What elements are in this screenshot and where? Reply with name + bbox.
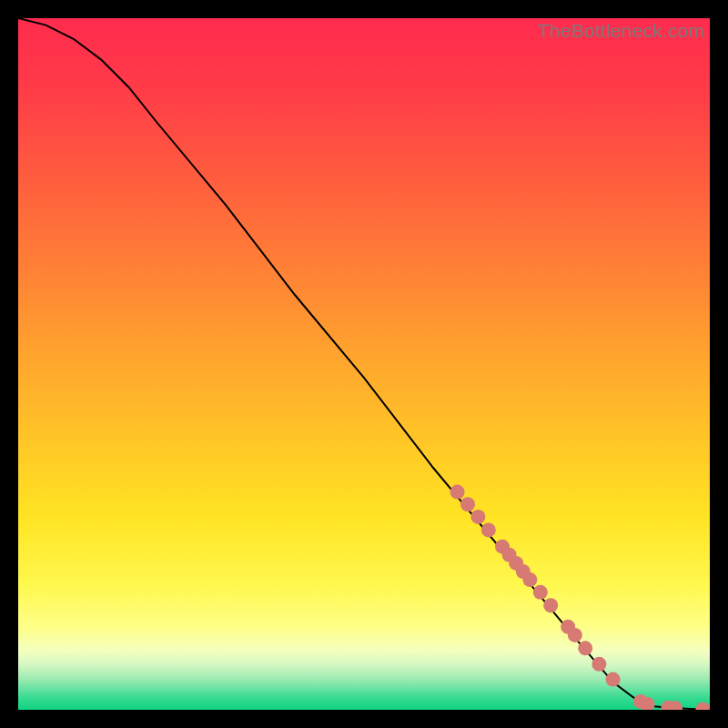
- chart-marker-dot: [533, 585, 548, 600]
- chart-marker-dot: [543, 598, 558, 612]
- chart-marker-dot: [522, 572, 537, 587]
- chart-marker-dot: [460, 497, 475, 511]
- chart-svg: [18, 18, 710, 710]
- chart-marker-dot: [470, 510, 485, 524]
- chart-marker-dot: [450, 485, 465, 500]
- chart-marker-dot: [592, 657, 606, 672]
- chart-marker-dot: [606, 672, 621, 687]
- watermark-text: TheBottleneck.com: [538, 20, 704, 42]
- chart-frame: TheBottleneck.com: [18, 18, 710, 710]
- chart-marker-dot: [481, 522, 496, 537]
- chart-background: [18, 18, 710, 710]
- chart-marker-dot: [568, 628, 582, 642]
- chart-marker-dot: [578, 641, 592, 655]
